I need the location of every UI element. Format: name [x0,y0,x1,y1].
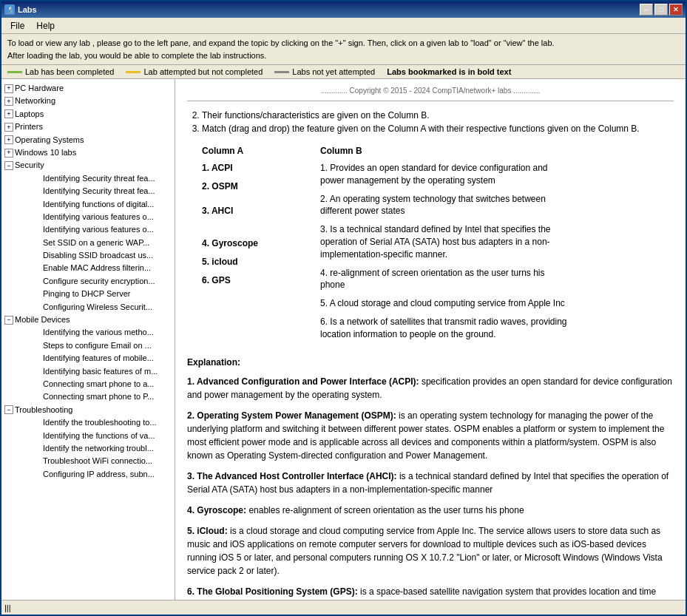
security-child-2[interactable]: Identifying Security threat fea... [25,185,175,197]
content-area: + PC Hardware + Networking + Laptops + P… [1,79,686,600]
maximize-button[interactable]: □ [654,4,668,16]
expl-2: 2. Operating System Power Management (OS… [187,409,674,462]
expander-security[interactable]: − [4,161,13,170]
tree-item-windows10[interactable]: + Windows 10 labs [1,146,175,159]
explanation-section: Explanation: 1. Advanced Configuration a… [187,356,674,600]
security-children: Identifying Security threat fea... Ident… [1,172,175,314]
label-windows10: Windows 10 labs [15,147,76,158]
copyright-line: ............. Copyright © 2015 - 2024 Co… [187,85,674,101]
expander-operating-systems[interactable]: + [4,135,13,144]
info-line2: After loading the lab, you would be able… [7,50,680,62]
troubleshooting-children: Identify the troubleshooting to... Ident… [1,416,175,481]
trouble-child-2[interactable]: Identifying the functions of va... [25,430,175,442]
expl-1-title: 1. Advanced Configuration and Power Inte… [187,376,419,387]
expl-1: 1. Advanced Configuration and Power Inte… [187,375,674,402]
label-networking: Networking [15,95,55,106]
mobile-child-3[interactable]: Identifying features of mobile... [25,352,175,365]
col-a-row-1[interactable]: 1. ACPI [202,162,291,175]
left-pane[interactable]: + PC Hardware + Networking + Laptops + P… [1,79,175,600]
expander-windows10[interactable]: + [4,149,13,158]
tree-item-operating-systems[interactable]: + Operating Systems [1,134,175,146]
col-a-row-4[interactable]: 4. Gyroscope [202,237,291,250]
tree-item-security[interactable]: − Security [1,159,175,172]
column-b-header: Column B [320,144,572,158]
tree-item-troubleshooting[interactable]: − Troubleshooting [1,404,175,416]
expl-3-title: 3. The Advanced Host Controller Interfac… [187,471,397,481]
title-bar: 🔬 Labs ─ □ ✕ [1,1,686,18]
tree-item-mobile-devices[interactable]: − Mobile Devices [1,314,175,326]
column-a-header: Column A [202,144,291,158]
trouble-child-4[interactable]: Troubleshoot WiFi connectio... [25,455,175,467]
col-b-row-2: 2. An operating system technology that s… [320,193,572,218]
tree-item-pc-hardware[interactable]: + PC Hardware [1,82,175,95]
mobile-child-1[interactable]: Identifying the various metho... [25,326,175,339]
col-b-row-3: 3. Is a technical standard defined by In… [320,223,572,260]
label-mobile-devices: Mobile Devices [15,314,70,325]
security-child-5[interactable]: Identifying various features o... [25,223,175,236]
minimize-button[interactable]: ─ [640,4,653,16]
security-child-1[interactable]: Identifying Security threat fea... [25,172,175,185]
expl-6: 6. The Global Positioning System (GPS): … [187,585,674,600]
security-child-10[interactable]: Pinging to DHCP Server [25,288,175,300]
info-line1: To load or view any lab , please go to t… [7,37,680,50]
security-child-4[interactable]: Identifying various features o... [25,211,175,223]
expl-5: 5. iCloud: is a cloud storage and cloud … [187,524,674,578]
expander-networking[interactable]: + [4,97,13,106]
expl-5-title: 5. iCloud: [187,526,228,536]
security-child-7[interactable]: Disabling SSID broadcast us... [25,249,175,262]
trouble-child-1[interactable]: Identify the troubleshooting to... [25,416,175,429]
security-child-6[interactable]: Set SSID on a generic WAP... [25,237,175,249]
bottom-scroll-indicator: ||| [4,603,11,612]
legend-bookmarked-label: Labs bookmarked is in bold text [387,67,511,76]
col-a-row-5[interactable]: 5. icloud [202,256,291,268]
tree-item-printers[interactable]: + Printers [1,121,175,133]
trouble-child-3[interactable]: Identify the networking troubl... [25,442,175,455]
mobile-child-4[interactable]: Identifying basic features of m... [25,365,175,378]
close-button[interactable]: ✕ [669,4,683,16]
expl-6-title: 6. The Global Positioning System (GPS): [187,586,358,597]
legend-completed-dash [7,71,22,73]
instruction-item-2: Their functions/characteristics are give… [202,109,674,122]
expl-4-text: enables re-alignment of screen orientati… [248,505,524,515]
instruction-item-3: Match (drag and drop) the feature given … [202,122,674,135]
menu-help[interactable]: Help [30,19,61,33]
bottom-bar: ||| [1,600,686,615]
col-b-row-6: 6. Is a network of satellites that trans… [320,316,572,341]
legend-attempted: Lab attempted but not completed [126,67,263,76]
right-pane[interactable]: ............. Copyright © 2015 - 2024 Co… [175,79,686,600]
menu-file[interactable]: File [4,19,30,33]
expander-printers[interactable]: + [4,123,13,132]
legend-attempted-dash [126,71,141,73]
col-b-row-5: 5. A cloud storage and cloud computing s… [320,297,572,310]
label-security: Security [15,160,44,171]
expl-2-title: 2. Operating System Power Management (OS… [187,410,396,421]
legend-not-attempted-label: Labs not yet attempted [292,67,375,76]
legend-not-attempted: Labs not yet attempted [274,67,375,76]
legend-completed-label: Lab has been completed [25,67,114,76]
mobile-child-6[interactable]: Connecting smart phone to P... [25,390,175,403]
label-pc-hardware: PC Hardware [15,83,64,94]
col-a-row-3[interactable]: 3. AHCI [202,205,291,217]
security-child-9[interactable]: Configure security encryption... [25,275,175,288]
col-b-row-1: 1. Provides an open standard for device … [320,162,572,187]
explanation-title: Explanation: [187,356,674,369]
expander-troubleshooting[interactable]: − [4,405,13,414]
col-a-row-6[interactable]: 6. GPS [202,274,291,287]
mobile-child-5[interactable]: Connecting smart phone to a... [25,378,175,390]
security-child-11[interactable]: Configuring Wireless Securit... [25,301,175,314]
expl-3: 3. The Advanced Host Controller Interfac… [187,470,674,496]
col-a-row-2[interactable]: 2. OSPM [202,180,291,193]
mobile-child-2[interactable]: Steps to configure Email on ... [25,339,175,352]
expl-4-title: 4. Gyroscope: [187,505,246,515]
tree-item-networking[interactable]: + Networking [1,95,175,107]
mobile-children: Identifying the various metho... Steps t… [1,326,175,403]
security-child-8[interactable]: Enable MAC Address filterin... [25,262,175,274]
legend-not-attempted-dash [274,71,289,73]
expander-laptops[interactable]: + [4,109,13,118]
security-child-3[interactable]: Identifying functions of digital... [25,198,175,211]
trouble-child-5[interactable]: Configuring IP address, subn... [25,468,175,481]
expander-mobile-devices[interactable]: − [4,316,13,325]
expander-pc-hardware[interactable]: + [4,84,13,93]
tree-item-laptops[interactable]: + Laptops [1,108,175,121]
column-b: Column B 1. Provides an open standard fo… [320,144,572,347]
